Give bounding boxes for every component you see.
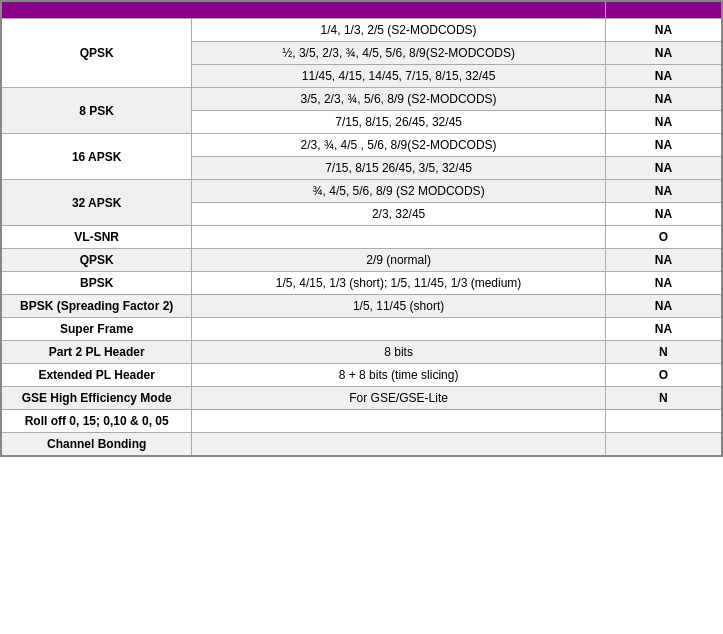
config-cell: 8 bits [192, 341, 606, 364]
table-row: QPSK2/9 (normal)NA [1, 249, 722, 272]
modulation-cell: VL-SNR [1, 226, 192, 249]
modulation-cell: BPSK (Spreading Factor 2) [1, 295, 192, 318]
status-cell: NA [605, 318, 722, 341]
config-cell: 2/9 (normal) [192, 249, 606, 272]
status-cell: NA [605, 42, 722, 65]
modulation-cell: Roll off 0, 15; 0,10 & 0, 05 [1, 410, 192, 433]
table-row: VL-SNRO [1, 226, 722, 249]
config-cell: 2/3, ¾, 4/5 , 5/6, 8/9(S2-MODCODS) [192, 134, 606, 157]
status-cell: NA [605, 19, 722, 42]
status-cell: NA [605, 111, 722, 134]
config-cell: For GSE/GSE-Lite [192, 387, 606, 410]
status-cell: O [605, 364, 722, 387]
config-cell [192, 410, 606, 433]
status-cell: NA [605, 88, 722, 111]
config-cell: 8 + 8 bits (time slicing) [192, 364, 606, 387]
modulation-cell: 16 APSK [1, 134, 192, 180]
modulation-cell: QPSK [1, 19, 192, 88]
config-cell: 7/15, 8/15 26/45, 3/5, 32/45 [192, 157, 606, 180]
table-row: Channel Bonding [1, 433, 722, 457]
table-row: GSE High Efficiency ModeFor GSE/GSE-Lite… [1, 387, 722, 410]
config-cell: 1/5, 4/15, 1/3 (short); 1/5, 11/45, 1/3 … [192, 272, 606, 295]
status-cell: NA [605, 134, 722, 157]
modulation-cell: Part 2 PL Header [1, 341, 192, 364]
table-row: QPSK1/4, 1/3, 2/5 (S2-MODCODS)NA [1, 19, 722, 42]
config-cell: 7/15, 8/15, 26/45, 32/45 [192, 111, 606, 134]
status-cell: O [605, 226, 722, 249]
status-cell: NA [605, 272, 722, 295]
table-row: BPSK1/5, 4/15, 1/3 (short); 1/5, 11/45, … [1, 272, 722, 295]
table-row: Roll off 0, 15; 0,10 & 0, 05 [1, 410, 722, 433]
config-cell [192, 318, 606, 341]
system-config-header [1, 1, 605, 19]
status-cell: NA [605, 65, 722, 88]
config-cell: 1/4, 1/3, 2/5 (S2-MODCODS) [192, 19, 606, 42]
status-cell: NA [605, 249, 722, 272]
config-cell [192, 226, 606, 249]
status-cell: NA [605, 203, 722, 226]
status-cell [605, 433, 722, 457]
config-cell: ¾, 4/5, 5/6, 8/9 (S2 MODCODS) [192, 180, 606, 203]
table-row: Super FrameNA [1, 318, 722, 341]
table-row: Extended PL Header8 + 8 bits (time slici… [1, 364, 722, 387]
config-cell: 11/45, 4/15, 14/45, 7/15, 8/15, 32/45 [192, 65, 606, 88]
modulation-cell: QPSK [1, 249, 192, 272]
status-cell: NA [605, 295, 722, 318]
modulation-cell: 8 PSK [1, 88, 192, 134]
table-row: BPSK (Spreading Factor 2)1/5, 11/45 (sho… [1, 295, 722, 318]
config-cell: 3/5, 2/3, ¾, 5/6, 8/9 (S2-MODCODS) [192, 88, 606, 111]
status-cell: N [605, 387, 722, 410]
header-row [1, 1, 722, 19]
modulation-cell: GSE High Efficiency Mode [1, 387, 192, 410]
table-row: 16 APSK2/3, ¾, 4/5 , 5/6, 8/9(S2-MODCODS… [1, 134, 722, 157]
table-row: Part 2 PL Header8 bitsN [1, 341, 722, 364]
modulation-cell: BPSK [1, 272, 192, 295]
table-row: 32 APSK¾, 4/5, 5/6, 8/9 (S2 MODCODS)NA [1, 180, 722, 203]
table-row: 8 PSK3/5, 2/3, ¾, 5/6, 8/9 (S2-MODCODS)N… [1, 88, 722, 111]
modulation-cell: 32 APSK [1, 180, 192, 226]
status-cell: NA [605, 157, 722, 180]
config-cell [192, 433, 606, 457]
config-cell: 1/5, 11/45 (short) [192, 295, 606, 318]
status-cell [605, 410, 722, 433]
broadcast-services-header [605, 1, 722, 19]
modulation-cell: Super Frame [1, 318, 192, 341]
modulation-cell: Channel Bonding [1, 433, 192, 457]
main-table: QPSK1/4, 1/3, 2/5 (S2-MODCODS)NA½, 3/5, … [0, 0, 723, 457]
config-cell: 2/3, 32/45 [192, 203, 606, 226]
modulation-cell: Extended PL Header [1, 364, 192, 387]
config-cell: ½, 3/5, 2/3, ¾, 4/5, 5/6, 8/9(S2-MODCODS… [192, 42, 606, 65]
status-cell: N [605, 341, 722, 364]
status-cell: NA [605, 180, 722, 203]
